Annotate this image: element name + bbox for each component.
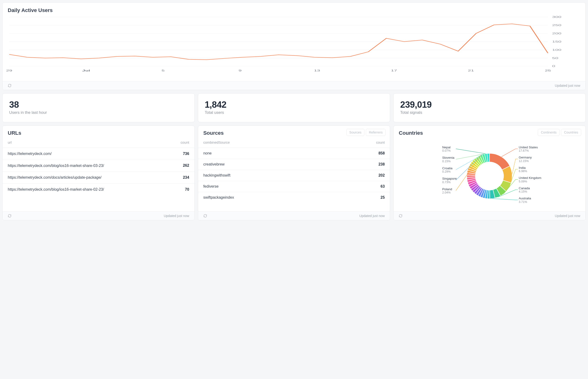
stat-value: 1,842 — [205, 100, 383, 110]
svg-text:Germany: Germany — [519, 156, 532, 159]
countries-toggle: Continents Countries — [538, 129, 581, 136]
svg-text:India: India — [519, 166, 526, 170]
url-cell: https://telemetrydeck.com/blog/ios16-mar… — [3, 183, 154, 195]
sources-card: Sources Sources Referrers combinedSource… — [198, 126, 390, 220]
svg-text:Canada: Canada — [519, 187, 530, 190]
svg-text:300: 300 — [552, 15, 561, 18]
svg-text:Slovenia: Slovenia — [442, 156, 455, 159]
stat-value: 239,019 — [400, 100, 579, 110]
count-cell: 736 — [154, 148, 194, 160]
countries-updated: Updated just now — [555, 214, 580, 218]
svg-text:Singapore: Singapore — [442, 177, 457, 180]
count-cell: 262 — [154, 160, 194, 172]
svg-text:6.98%: 6.98% — [519, 170, 527, 173]
refresh-icon[interactable] — [203, 214, 207, 218]
table-row: swiftpackageindex25 — [198, 192, 390, 203]
svg-text:Australia: Australia — [519, 197, 531, 200]
table-row: https://telemetrydeck.com/docs/articles/… — [3, 172, 194, 184]
count-cell: 858 — [329, 148, 390, 159]
stat-last-hour: 38 Users in the last hour — [2, 93, 195, 122]
svg-text:25: 25 — [545, 69, 551, 72]
bottom-row: URLs url count https://telemetrydeck.com… — [2, 126, 586, 220]
sources-col-count: count — [329, 139, 390, 148]
svg-text:United States: United States — [519, 145, 538, 149]
sources-updated: Updated just now — [359, 214, 385, 218]
svg-text:United Kingdom: United Kingdom — [519, 176, 541, 180]
countries-title: Countries — [394, 126, 428, 139]
stats-row: 38 Users in the last hour 1,842 Total us… — [2, 93, 586, 122]
svg-text:0.07%: 0.07% — [442, 149, 451, 152]
svg-text:12.15%: 12.15% — [519, 159, 529, 163]
svg-text:250: 250 — [552, 24, 561, 27]
svg-text:4.15%: 4.15% — [519, 190, 527, 193]
stat-value: 38 — [9, 100, 188, 110]
count-cell: 63 — [329, 181, 390, 192]
svg-text:Croatia: Croatia — [442, 166, 453, 170]
refresh-icon[interactable] — [8, 84, 12, 87]
table-row: creativebrew238 — [198, 159, 390, 170]
urls-title: URLs — [3, 126, 194, 139]
svg-text:100: 100 — [552, 48, 561, 51]
dau-card: Daily Active Users 05010015020025030029J… — [2, 2, 586, 90]
svg-text:50: 50 — [552, 56, 558, 60]
sources-col-source: combinedSource — [198, 139, 329, 148]
dau-title: Daily Active Users — [3, 3, 585, 15]
svg-text:2.04%: 2.04% — [442, 191, 451, 194]
source-cell: swiftpackageindex — [198, 192, 329, 203]
count-cell: 70 — [154, 183, 194, 195]
svg-text:29: 29 — [6, 69, 12, 72]
countries-donut: United States17.67%Germany12.15%India6.9… — [394, 139, 585, 211]
svg-text:200: 200 — [552, 32, 561, 35]
count-cell: 234 — [154, 172, 194, 184]
btn-countries[interactable]: Countries — [561, 129, 581, 136]
dau-footer: Updated just now — [3, 81, 585, 90]
btn-continents[interactable]: Continents — [538, 129, 559, 136]
urls-footer: Updated just now — [3, 211, 194, 220]
svg-text:0.73%: 0.73% — [442, 181, 451, 184]
source-cell: hackingwithswift — [198, 170, 329, 181]
source-cell: none — [198, 148, 329, 159]
url-cell: https://telemetrydeck.com/docs/articles/… — [3, 172, 154, 184]
source-cell: creativebrew — [198, 159, 329, 170]
urls-updated: Updated just now — [164, 214, 189, 218]
sources-table: combinedSource count none858creativebrew… — [198, 139, 390, 203]
sources-toggle: Sources Referrers — [346, 129, 386, 136]
table-row: hackingwithswift202 — [198, 170, 390, 181]
countries-card: Countries Continents Countries United St… — [393, 126, 586, 220]
source-cell: fediverse — [198, 181, 329, 192]
refresh-icon[interactable] — [8, 214, 12, 218]
svg-text:Poland: Poland — [442, 187, 452, 191]
svg-text:17: 17 — [391, 69, 397, 72]
count-cell: 25 — [329, 192, 390, 203]
svg-text:0.29%: 0.29% — [442, 170, 451, 173]
svg-text:0.15%: 0.15% — [442, 160, 451, 163]
count-cell: 202 — [329, 170, 390, 181]
btn-referrers[interactable]: Referrers — [366, 129, 386, 136]
svg-text:5.09%: 5.09% — [519, 180, 527, 183]
svg-text:150: 150 — [552, 40, 561, 43]
svg-text:13: 13 — [314, 69, 320, 72]
svg-text:Jul: Jul — [82, 69, 90, 72]
dau-updated: Updated just now — [555, 84, 580, 87]
stat-label: Total signals — [400, 110, 579, 115]
svg-text:Nepal: Nepal — [442, 145, 451, 149]
urls-card: URLs url count https://telemetrydeck.com… — [2, 126, 195, 220]
svg-text:21: 21 — [468, 69, 474, 72]
dau-chart: 05010015020025030029Jul5913172125 — [3, 15, 585, 81]
table-row: https://telemetrydeck.com/blog/ios16-mar… — [3, 183, 194, 195]
url-cell: https://telemetrydeck.com/blog/ios16-mar… — [3, 160, 154, 172]
sources-title: Sources — [198, 126, 229, 139]
sources-footer: Updated just now — [198, 211, 390, 220]
stat-total-signals: 239,019 Total signals — [393, 93, 586, 122]
count-cell: 238 — [329, 159, 390, 170]
urls-table: url count https://telemetrydeck.com/736h… — [3, 139, 194, 195]
stat-total-users: 1,842 Total users — [198, 93, 390, 122]
refresh-icon[interactable] — [399, 214, 402, 218]
table-row: https://telemetrydeck.com/736 — [3, 148, 194, 160]
stat-label: Total users — [205, 110, 383, 115]
url-cell: https://telemetrydeck.com/ — [3, 148, 154, 160]
table-row: fediverse63 — [198, 181, 390, 192]
table-row: https://telemetrydeck.com/blog/ios16-mar… — [3, 160, 194, 172]
btn-sources[interactable]: Sources — [346, 129, 365, 136]
svg-text:9: 9 — [239, 69, 242, 72]
